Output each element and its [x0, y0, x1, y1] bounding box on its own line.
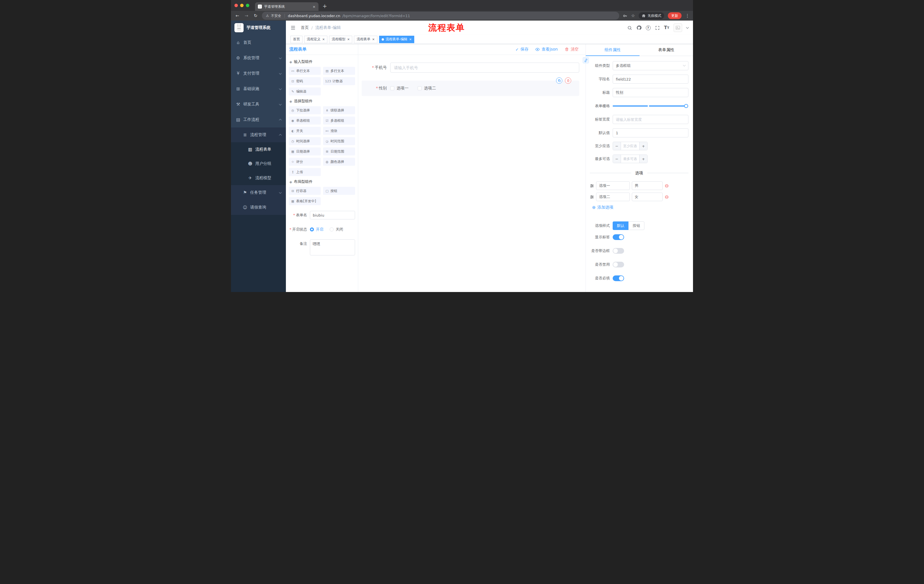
update-button[interactable]: 更新 — [668, 12, 681, 19]
decrease-button[interactable]: − — [613, 155, 621, 163]
option-style-default-button[interactable]: 默认 — [613, 221, 629, 230]
gender-option-2-checkbox[interactable]: 选项二 — [418, 86, 436, 91]
status-off-radio[interactable]: 关闭 — [330, 227, 343, 232]
remove-option-icon[interactable]: ⊖ — [665, 194, 669, 199]
avatar[interactable] — [673, 23, 682, 32]
browser-menu-icon[interactable]: ⋮ — [685, 13, 690, 18]
tab-form-props[interactable]: 表单属性 — [640, 44, 693, 56]
sidebar-fold-icon[interactable] — [290, 25, 295, 30]
palette-item-switch[interactable]: ◐ 开关 — [289, 127, 321, 135]
sidebar-item-process-management[interactable]: ≣ 流程管理 — [231, 127, 286, 142]
github-icon[interactable] — [636, 25, 642, 30]
phone-input[interactable] — [390, 63, 579, 72]
option-label-input[interactable] — [596, 181, 630, 190]
avatar-caret-icon[interactable] — [686, 26, 689, 29]
slider-handle[interactable] — [684, 104, 688, 108]
title-input[interactable] — [613, 88, 688, 97]
border-switch[interactable] — [613, 248, 624, 254]
component-type-select[interactable]: 多选框组 — [613, 61, 688, 70]
required-switch[interactable] — [613, 275, 624, 281]
form-grid-slider[interactable] — [613, 102, 688, 110]
palette-item-table[interactable]: ▦ 表格[开发中] — [289, 197, 321, 205]
palette-item-radio-group[interactable]: ◉ 单选框组 — [289, 117, 321, 125]
delete-component-button[interactable] — [565, 77, 571, 84]
default-value-input[interactable] — [613, 128, 688, 137]
remove-option-icon[interactable]: ⊖ — [665, 183, 669, 188]
sidebar-item-payment-management[interactable]: ¥ 支付管理 — [231, 66, 286, 81]
palette-item-cascader[interactable]: ⋔ 级联选择 — [323, 106, 355, 114]
tag-home[interactable]: 首页 — [290, 36, 302, 43]
sidebar-item-user-groups[interactable]: ☻ 用户分组 — [231, 156, 286, 171]
sidebar-item-leave-query[interactable]: ☺ 请假查询 — [231, 200, 286, 215]
password-key-icon[interactable] — [623, 13, 627, 18]
tab-component-props[interactable]: 组件属性 — [586, 44, 640, 56]
new-tab-button[interactable]: + — [322, 3, 327, 9]
sidebar-item-task-management[interactable]: ⚑ 任务管理 — [231, 185, 286, 200]
palette-item-date-range[interactable]: ⊞ 日期范围 — [323, 147, 355, 155]
copy-component-button[interactable] — [556, 77, 563, 84]
palette-item-editor[interactable]: ✎ 编辑器 — [289, 87, 321, 95]
palette-item-button[interactable]: ▢ 按钮 — [323, 187, 355, 195]
palette-item-date-picker[interactable]: ▦ 日期选择 — [289, 147, 321, 155]
remark-textarea[interactable]: 嘿嘿 — [310, 239, 355, 255]
sidebar-item-infrastructure[interactable]: ⊞ 基础设施 — [231, 81, 286, 97]
save-button[interactable]: ✓ 保存 — [515, 47, 529, 52]
security-label[interactable]: 不安全 — [271, 13, 281, 18]
selected-component-gender[interactable]: 性别 选项一 选项二 — [361, 81, 579, 96]
search-icon[interactable] — [627, 25, 632, 30]
increase-button[interactable]: + — [639, 155, 647, 163]
palette-item-select[interactable]: ◎ 下拉选择 — [289, 106, 321, 114]
form-name-input[interactable] — [310, 211, 355, 219]
browser-tab[interactable]: 芋道管理系统 × — [255, 2, 318, 11]
breadcrumb-home[interactable]: 首页 — [301, 25, 309, 30]
max-select-value[interactable]: 最多可选 — [621, 155, 639, 163]
palette-item-checkbox-group[interactable]: ☑ 多选框组 — [323, 117, 355, 125]
palette-item-color-picker[interactable]: ◍ 颜色选择 — [323, 158, 355, 166]
sidebar-item-workflow[interactable]: ▤ 工作流程 — [231, 112, 286, 127]
reload-button[interactable]: ↻ — [253, 13, 259, 18]
palette-item-slider[interactable]: ⊷ 滑块 — [323, 127, 355, 135]
gender-option-1-checkbox[interactable]: 选项一 — [390, 86, 409, 91]
address-bar[interactable]: ⚠ 不安全 dashboard.yudao.iocoder.cn/bpm/man… — [262, 12, 619, 20]
palette-item-time-range[interactable]: ◶ 时间范围 — [323, 137, 355, 145]
field-name-input[interactable] — [613, 74, 688, 84]
tag-close-icon[interactable]: × — [409, 38, 412, 41]
min-select-value[interactable]: 至少应选 — [621, 142, 639, 150]
sidebar-item-system-management[interactable]: ⚙ 系统管理 — [231, 50, 286, 66]
slider-track[interactable] — [613, 105, 688, 107]
decrease-button[interactable]: − — [613, 142, 621, 150]
add-option-button[interactable]: ⊕ 添加选项 — [592, 205, 614, 210]
tag-close-icon[interactable]: × — [322, 38, 325, 41]
panel-link-button[interactable] — [582, 57, 589, 63]
palette-item-upload[interactable]: ↥ 上传 — [289, 168, 321, 176]
drag-handle-icon[interactable] — [590, 195, 594, 199]
view-json-button[interactable]: 查看json — [535, 47, 558, 52]
disabled-switch[interactable] — [613, 262, 624, 267]
palette-item-counter[interactable]: 123 计数器 — [323, 77, 355, 85]
forward-button[interactable]: → — [244, 13, 249, 18]
sidebar-item-process-model[interactable]: ✈ 流程模型 — [231, 171, 286, 185]
option-value-input[interactable] — [632, 192, 663, 201]
tab-close-icon[interactable]: × — [312, 5, 316, 9]
palette-item-password[interactable]: ⊡ 密码 — [289, 77, 321, 85]
sidebar-item-process-form[interactable]: ▥ 流程表单 — [231, 142, 286, 156]
tag-close-icon[interactable]: × — [372, 38, 375, 41]
status-on-radio[interactable]: 开启 — [310, 227, 323, 232]
tag-close-icon[interactable]: × — [347, 38, 350, 41]
tag-process-form[interactable]: 流程表单 × — [354, 36, 377, 43]
sidebar-item-dev-tools[interactable]: ⚒ 研发工具 — [231, 97, 286, 112]
tag-process-model[interactable]: 流程模型 × — [329, 36, 352, 43]
font-size-icon[interactable]: TT — [664, 25, 669, 30]
fullscreen-icon[interactable] — [655, 25, 660, 30]
palette-item-row-container[interactable]: ⊟ 行容器 — [289, 187, 321, 195]
palette-item-single-line-text[interactable]: ▭ 单行文本 — [289, 67, 321, 75]
bookmark-star-icon[interactable]: ☆ — [631, 13, 635, 18]
tag-process-form-edit[interactable]: 流程表单-编辑 × — [379, 36, 414, 43]
option-style-button-button[interactable]: 按钮 — [629, 221, 644, 230]
palette-item-textarea[interactable]: ▤ 多行文本 — [323, 67, 355, 75]
tag-process-definition[interactable]: 流程定义 × — [304, 36, 327, 43]
help-icon[interactable]: ? — [646, 25, 651, 30]
window-close-button[interactable] — [234, 4, 238, 7]
palette-item-time-picker[interactable]: ◷ 时间选择 — [289, 137, 321, 145]
drag-handle-icon[interactable] — [590, 184, 594, 188]
